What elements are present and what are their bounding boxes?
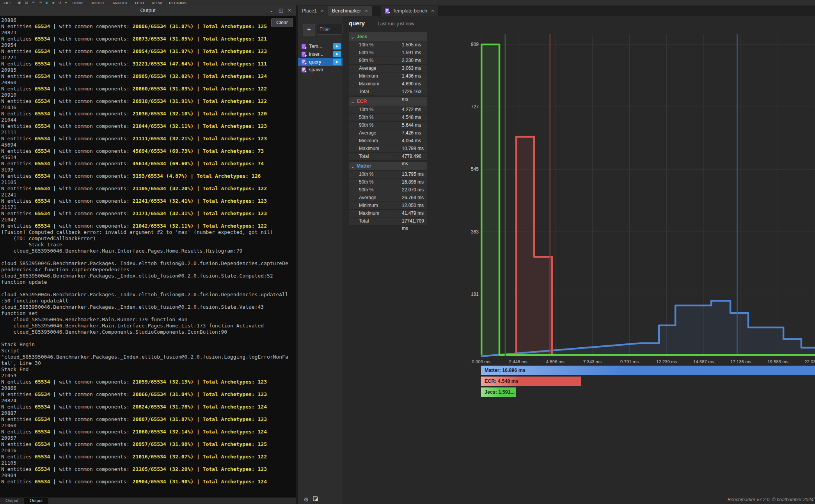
clear-button[interactable]: Clear (271, 18, 293, 27)
svg-text:17.135 ms: 17.135 ms (730, 359, 751, 364)
menu-home[interactable]: HOME (69, 1, 88, 5)
svg-text:727: 727 (471, 104, 479, 110)
log-line: 21105 (1, 179, 288, 186)
error-log-line: cloud_5853950046.Benchmarker.Packages._I… (1, 304, 288, 310)
script-icon (385, 8, 391, 14)
error-log-line: cloud_5853950046.Benchmarker.Packages._I… (1, 260, 288, 267)
add-benchmark-button[interactable]: + (303, 24, 315, 35)
close-icon[interactable]: × (321, 6, 324, 16)
redo-icon[interactable]: ↷ (37, 1, 44, 5)
last-run-status: Last run: just now (378, 21, 414, 27)
error-log-line: :50 function updateAll (1, 298, 288, 304)
run-benchmark-button[interactable]: ▶ (333, 43, 341, 50)
close-icon[interactable]: × (431, 6, 434, 16)
svg-text:12.239 ms: 12.239 ms (656, 359, 677, 364)
log-line: 45614 (1, 154, 288, 161)
error-log-line: function set (1, 310, 288, 317)
benchmark-item-label: Tem... (309, 44, 322, 49)
log-line: 21036 (1, 104, 288, 111)
benchmark-item-inser[interactable]: inser...▶ (298, 50, 343, 58)
log-line: 20957 (1, 435, 288, 441)
dock-icon[interactable]: ◱ (277, 7, 285, 14)
log-line: 21016 (1, 447, 288, 454)
filter-input[interactable] (317, 24, 343, 35)
log-line: N entities 65534 | with common component… (1, 23, 288, 30)
benchmark-item-spawn[interactable]: spawn (298, 66, 343, 74)
output-tab[interactable]: Output (24, 498, 48, 504)
run-benchmark-button[interactable]: ▶ (333, 59, 341, 65)
log-line: 21060 (1, 423, 288, 429)
menu-file[interactable]: FILE (0, 1, 16, 5)
error-log-line: cloud_5853950046.Benchmarker.Packages._I… (1, 292, 288, 298)
log-line: 20866 (1, 385, 288, 391)
log-line: N entities 65534 | with common component… (1, 136, 288, 142)
results-panel: query Last run: just now ⌄Jecs10th %1.50… (343, 16, 815, 504)
histogram-chart: 1813635457279090.000 ms2.448 ms4.896 ms7… (375, 34, 815, 369)
dropdown-arrow-icon[interactable]: ▾ (63, 1, 69, 5)
output-tab[interactable]: Output (0, 498, 24, 504)
svg-text:14.687 ms: 14.687 ms (693, 359, 714, 364)
log-line: N entities 65534 | with common component… (1, 479, 288, 485)
close-icon[interactable]: × (365, 6, 368, 16)
log-line: 31221 (1, 55, 288, 61)
list-footer: ⚙ (304, 496, 319, 503)
reset-icon[interactable]: ↺ (57, 1, 64, 5)
log-line: N entities 65534 | with common component… (1, 73, 288, 80)
log-line: 20910 (1, 92, 288, 98)
svg-text:181: 181 (471, 292, 479, 297)
menu-plugins[interactable]: PLUGINS (165, 1, 190, 5)
log-line: N entities 65534 | with common component… (1, 61, 288, 67)
docs-book-icon[interactable] (313, 496, 319, 503)
log-line: 21059 (1, 373, 288, 379)
svg-text:363: 363 (471, 229, 479, 235)
benchmark-item-label: query (309, 59, 321, 65)
menu-model[interactable]: MODEL (88, 1, 109, 5)
output-console[interactable]: Clear 20886N entities 65534 | with commo… (0, 16, 296, 498)
benchmark-item-query[interactable]: query▶ (298, 58, 343, 66)
log-line: 21042 (1, 217, 288, 223)
doc-tab-label: Place1 (302, 6, 317, 16)
document-tab-bar: Place1×Benchmarker×Template.bench× (298, 5, 815, 16)
menu-avatar[interactable]: AVATAR (109, 1, 131, 5)
settings-gear-icon[interactable]: ⚙ (304, 496, 309, 503)
paste-icon[interactable]: ▤ (23, 1, 30, 5)
error-log-line: cloud_5853950046.Benchmarker.Main.Interf… (1, 248, 288, 254)
svg-text:545: 545 (471, 166, 479, 172)
error-log-line (1, 335, 288, 341)
undo-icon[interactable]: ↶ (30, 1, 37, 5)
menu-test[interactable]: TEST (131, 1, 148, 5)
doc-tab-benchmarker[interactable]: Benchmarker× (328, 6, 372, 16)
log-line: 20954 (1, 42, 288, 48)
tab-gap (372, 6, 381, 16)
log-line: 21111 (1, 129, 288, 136)
svg-text:7.343 ms: 7.343 ms (583, 359, 602, 364)
log-line: 20824 (1, 398, 288, 404)
menu-bar: FILE▣▤↶↷▶■↺▾HOMEMODELAVATARTESTVIEWPLUGI… (0, 0, 815, 5)
svg-text:19.583 ms: 19.583 ms (767, 359, 788, 364)
script-icon (301, 51, 307, 57)
log-line: 3193 (1, 167, 288, 173)
close-icon[interactable]: × (286, 7, 293, 14)
log-line: N entities 65534 | with common component… (1, 429, 288, 435)
log-line: N entities 65534 | with common component… (1, 111, 288, 117)
clipboard-icon[interactable]: ▣ (16, 1, 23, 5)
doc-tab-template-bench[interactable]: Template.bench× (381, 6, 439, 16)
play-button[interactable]: ▶ (44, 1, 50, 5)
histogram-svg: 1813635457279090.000 ms2.448 ms4.896 ms7… (375, 34, 815, 369)
menu-view[interactable]: VIEW (148, 1, 165, 5)
log-line: 20985 (1, 67, 288, 73)
run-benchmark-button[interactable]: ▶ (333, 51, 341, 57)
log-line: 20887 (1, 410, 288, 416)
collapse-chevron-icon[interactable]: ⌄ (268, 7, 275, 14)
doc-tab-place1[interactable]: Place1× (298, 6, 328, 16)
log-line: 20873 (1, 30, 288, 36)
svg-text:4.896 ms: 4.896 ms (546, 359, 565, 364)
error-log-line: 'cloud_5853950046.Benchmarker.Packages._… (1, 354, 288, 360)
error-log-line: tal', Line 30 (1, 360, 288, 366)
svg-text:22.030 ms: 22.030 ms (804, 359, 815, 364)
benchmark-name: query (349, 20, 365, 27)
log-line: N entities 65534 | with common component… (1, 86, 288, 92)
stop-button[interactable]: ■ (50, 1, 56, 5)
benchmark-item-Tem[interactable]: Tem...▶ (298, 42, 343, 50)
output-bottom-tabs: OutputOutput (0, 497, 296, 504)
